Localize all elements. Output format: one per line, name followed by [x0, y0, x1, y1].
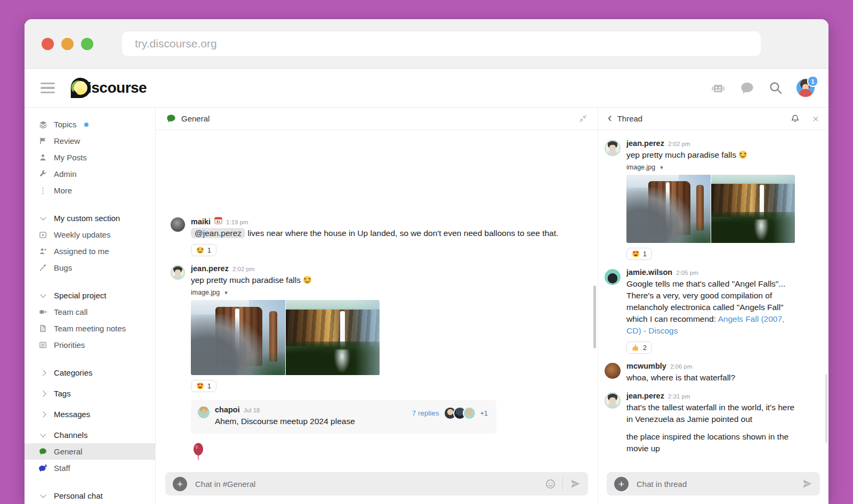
- close-icon[interactable]: ×: [812, 113, 819, 124]
- laughing-emoji: [738, 150, 747, 159]
- sidebar-item-bugs[interactable]: Bugs: [38, 259, 155, 276]
- zoom-window-button[interactable]: [81, 38, 93, 50]
- sidebar-section-channels[interactable]: Channels: [38, 427, 155, 443]
- discourse-logo[interactable]: iscourse: [69, 77, 147, 99]
- sidebar-channel-staff[interactable]: Staff: [38, 460, 155, 476]
- svg-text:♥: ♥: [633, 250, 635, 254]
- username[interactable]: maiki: [191, 217, 211, 226]
- sidebar-section-personal-chat[interactable]: Personal chat: [38, 487, 155, 504]
- app-header: iscourse: [25, 69, 828, 108]
- header-actions: 1: [710, 79, 815, 97]
- attach-button[interactable]: +: [614, 477, 629, 491]
- attachment-toggle[interactable]: image.jpg ▾: [191, 289, 380, 296]
- attachment-toggle[interactable]: image.jpg ▾: [626, 164, 795, 171]
- bell-icon[interactable]: [791, 114, 800, 124]
- sidebar-section-tags[interactable]: Tags: [38, 385, 155, 402]
- avatar[interactable]: [605, 393, 621, 409]
- avatar[interactable]: [605, 140, 621, 156]
- channel-bubble-icon: [166, 114, 176, 123]
- sidebar-item-team-call[interactable]: Team call: [38, 304, 155, 320]
- user-mention[interactable]: @jean.perez: [191, 228, 245, 238]
- thread-chat-input[interactable]: [635, 479, 795, 489]
- sidebar-item-label: More: [54, 186, 72, 195]
- notification-badge: 1: [807, 76, 818, 87]
- sidebar-channel-general[interactable]: General: [25, 443, 155, 460]
- browser-chrome: try.discourse.org: [25, 19, 828, 69]
- user-avatar[interactable]: 1: [796, 79, 815, 97]
- avatar[interactable]: [605, 269, 621, 285]
- sidebar-item-priorities[interactable]: Priorities: [38, 337, 155, 353]
- sidebar-item-admin[interactable]: Admin: [38, 166, 155, 182]
- sidebar-section-categories[interactable]: Categories: [38, 364, 155, 381]
- username[interactable]: jean.perez: [626, 139, 664, 148]
- message-list: maiki 21 1:19 pm @jea: [156, 130, 598, 467]
- thread-panel: ‹ Thread × jea: [598, 108, 828, 504]
- sidebar-section-special-project[interactable]: Special project: [38, 287, 155, 304]
- robot-icon[interactable]: [710, 80, 726, 96]
- sidebar-section-messages[interactable]: Messages: [38, 406, 155, 422]
- close-window-button[interactable]: [42, 38, 54, 50]
- reaction-laughing[interactable]: 1: [191, 244, 216, 256]
- username[interactable]: chapoi: [215, 405, 240, 414]
- message-text: whoa, where is that waterfall?: [626, 372, 735, 384]
- chevron-right-icon: [38, 389, 47, 398]
- sidebar-section-title: Messages: [54, 410, 90, 419]
- image-attachment[interactable]: [626, 175, 795, 243]
- sidebar-item-review[interactable]: Review: [38, 133, 155, 149]
- sidebar-section-custom[interactable]: My custom section: [38, 210, 155, 226]
- timestamp: 2:06 pm: [670, 363, 693, 370]
- avatar[interactable]: [605, 363, 621, 379]
- sidebar-item-more[interactable]: ⋮ More: [38, 182, 155, 199]
- reaction-heart-eyes[interactable]: ♥ ♥ 1: [191, 380, 216, 392]
- sidebar-item-topics[interactable]: Topics: [38, 116, 155, 133]
- username[interactable]: mcwumbly: [626, 362, 666, 370]
- waterfall-image-animated[interactable]: [626, 175, 711, 243]
- image-attachment[interactable]: [191, 300, 380, 375]
- timestamp: 2:02 pm: [232, 266, 255, 272]
- chevron-down-icon: [38, 430, 47, 440]
- avatar[interactable]: [171, 265, 185, 280]
- chat-icon[interactable]: [739, 80, 755, 96]
- waterfall-image-animated[interactable]: [191, 300, 285, 375]
- chevron-right-icon: [38, 410, 47, 419]
- participant-overflow-count: +1: [480, 410, 488, 417]
- timestamp: 2:02 pm: [668, 141, 690, 147]
- waterfall-image-photo[interactable]: [286, 300, 380, 375]
- thread-replies-link[interactable]: 7 replies: [412, 409, 439, 417]
- sidebar-section-title: Channels: [54, 430, 87, 440]
- chat-message: jean.perez 2:02 pm yep pretty much parad…: [605, 139, 820, 260]
- username[interactable]: jean.perez: [626, 392, 664, 400]
- chat-input[interactable]: [194, 479, 538, 489]
- emoji-picker-icon[interactable]: [545, 479, 556, 489]
- layers-icon: [38, 120, 47, 129]
- reaction-thumbs-up[interactable]: 2: [626, 342, 652, 354]
- channel-bubble-icon: [38, 447, 47, 456]
- scrollbar[interactable]: [593, 286, 596, 348]
- hamburger-menu-icon[interactable]: [38, 80, 57, 96]
- sidebar-item-meeting-notes[interactable]: Team meeting notes: [38, 320, 155, 337]
- search-icon[interactable]: [768, 80, 784, 96]
- sidebar-item-weekly-updates[interactable]: Weekly updates: [38, 226, 155, 243]
- waterfall-image-photo[interactable]: [711, 175, 795, 243]
- url-bar[interactable]: try.discourse.org: [122, 31, 761, 56]
- sidebar-item-assigned[interactable]: Assigned to me: [38, 243, 155, 259]
- sidebar-item-my-posts[interactable]: My Posts: [38, 149, 155, 166]
- thread-preview[interactable]: chapoi Jul 18 Ahem, Discourse meetup 202…: [191, 400, 496, 434]
- scrollbar[interactable]: [825, 374, 827, 443]
- laughing-emoji: [303, 275, 312, 284]
- attach-button[interactable]: +: [173, 477, 187, 491]
- caret-down-icon: ▾: [224, 289, 228, 296]
- sidebar-item-label: Weekly updates: [54, 230, 110, 239]
- divider: [562, 477, 563, 491]
- avatar[interactable]: [171, 217, 185, 232]
- username[interactable]: jean.perez: [191, 264, 229, 273]
- send-icon[interactable]: [802, 478, 812, 489]
- send-icon[interactable]: [570, 478, 581, 489]
- thread-header: ‹ Thread ×: [598, 108, 828, 130]
- username[interactable]: jamie.wilson: [626, 268, 672, 277]
- avatar[interactable]: [198, 407, 210, 418]
- reaction-heart-eyes[interactable]: ♥ ♥ 1: [626, 248, 652, 260]
- collapse-panel-icon[interactable]: [579, 115, 587, 123]
- minimize-window-button[interactable]: [61, 38, 74, 50]
- back-icon[interactable]: ‹: [608, 113, 612, 123]
